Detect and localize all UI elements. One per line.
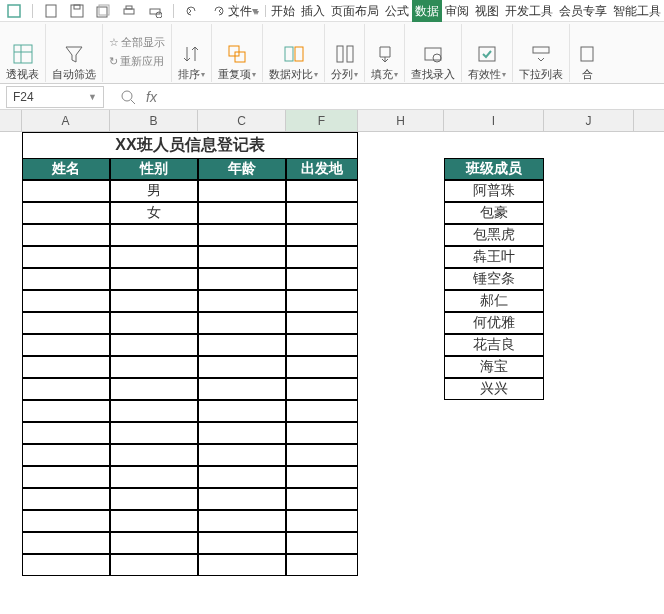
table-cell[interactable]	[110, 400, 198, 422]
table-cell[interactable]	[110, 510, 198, 532]
side-item[interactable]: 花吉良	[444, 334, 544, 356]
table-cell[interactable]	[286, 224, 358, 246]
table-cell[interactable]	[110, 378, 198, 400]
tab-layout[interactable]: 页面布局	[328, 0, 382, 22]
table-cell[interactable]	[198, 246, 286, 268]
tab-member[interactable]: 会员专享	[556, 0, 610, 22]
table-cell[interactable]: 男	[110, 180, 198, 202]
table-cell[interactable]	[110, 488, 198, 510]
table-cell[interactable]	[286, 312, 358, 334]
table-cell[interactable]	[198, 510, 286, 532]
table-cell[interactable]	[286, 268, 358, 290]
table-cell[interactable]	[286, 334, 358, 356]
saveas-icon[interactable]	[95, 3, 111, 19]
sort-button[interactable]: 排序▾	[178, 43, 205, 82]
col-header-C[interactable]: C	[198, 110, 286, 131]
side-item[interactable]: 包豪	[444, 202, 544, 224]
table-cell[interactable]	[22, 444, 110, 466]
tab-view[interactable]: 视图	[472, 0, 502, 22]
table-header[interactable]: 年龄	[198, 158, 286, 180]
table-cell[interactable]	[22, 378, 110, 400]
table-cell[interactable]	[198, 378, 286, 400]
table-cell[interactable]	[198, 532, 286, 554]
table-cell[interactable]	[110, 356, 198, 378]
side-header[interactable]: 班级成员	[444, 158, 544, 180]
validation-button[interactable]: 有效性▾	[468, 43, 506, 82]
print-icon[interactable]	[121, 3, 137, 19]
table-cell[interactable]	[286, 356, 358, 378]
table-cell[interactable]	[110, 422, 198, 444]
table-cell[interactable]	[22, 334, 110, 356]
fx-icon[interactable]: fx	[146, 89, 157, 105]
table-cell[interactable]	[22, 422, 110, 444]
filter-button[interactable]: 自动筛选	[52, 43, 96, 82]
table-cell[interactable]	[286, 422, 358, 444]
name-box[interactable]: F24 ▼	[6, 86, 104, 108]
duplicates-button[interactable]: 重复项▾	[218, 43, 256, 82]
table-cell[interactable]	[22, 554, 110, 576]
col-header-A[interactable]: A	[22, 110, 110, 131]
side-item[interactable]: 阿普珠	[444, 180, 544, 202]
search-icon[interactable]	[120, 89, 136, 105]
undo-icon[interactable]	[184, 3, 200, 19]
namebox-dropdown-icon[interactable]: ▼	[88, 92, 97, 102]
formula-input[interactable]	[167, 86, 664, 108]
table-cell[interactable]	[110, 246, 198, 268]
table-cell[interactable]	[286, 246, 358, 268]
table-cell[interactable]	[286, 378, 358, 400]
side-item[interactable]: 犇王叶	[444, 246, 544, 268]
table-cell[interactable]	[22, 312, 110, 334]
table-cell[interactable]	[286, 400, 358, 422]
spreadsheet-grid[interactable]: ABCFHIJ XX班人员信息登记表 姓名性别年龄出发地男女班级成员阿普珠包豪包…	[0, 110, 664, 614]
show-all-button[interactable]: ☆全部显示	[109, 35, 165, 50]
col-header-J[interactable]: J	[544, 110, 634, 131]
table-cell[interactable]	[198, 312, 286, 334]
table-cell[interactable]	[22, 290, 110, 312]
table-cell[interactable]	[22, 246, 110, 268]
table-cell[interactable]	[22, 466, 110, 488]
tab-insert[interactable]: 插入	[298, 0, 328, 22]
side-item[interactable]: 何优雅	[444, 312, 544, 334]
table-cell[interactable]	[198, 488, 286, 510]
new-doc-icon[interactable]	[43, 3, 59, 19]
col-header-I[interactable]: I	[444, 110, 544, 131]
pivot-button[interactable]: 透视表	[6, 43, 39, 82]
table-header[interactable]: 姓名	[22, 158, 110, 180]
split-button[interactable]: 分列▾	[331, 43, 358, 82]
side-item[interactable]: 锤空条	[444, 268, 544, 290]
table-cell[interactable]	[22, 510, 110, 532]
col-header-F[interactable]: F	[286, 110, 358, 131]
table-cell[interactable]	[198, 202, 286, 224]
table-cell[interactable]	[110, 268, 198, 290]
table-header[interactable]: 出发地	[286, 158, 358, 180]
table-cell[interactable]	[110, 444, 198, 466]
table-cell[interactable]	[286, 532, 358, 554]
table-cell[interactable]	[286, 554, 358, 576]
table-cell[interactable]	[198, 334, 286, 356]
table-cell[interactable]	[110, 224, 198, 246]
table-cell[interactable]	[198, 554, 286, 576]
tab-data[interactable]: 数据	[412, 0, 442, 22]
table-cell[interactable]	[110, 312, 198, 334]
print-preview-icon[interactable]	[147, 3, 163, 19]
grid-body[interactable]: XX班人员信息登记表 姓名性别年龄出发地男女班级成员阿普珠包豪包黑虎犇王叶锤空条…	[0, 132, 664, 614]
find-input-button[interactable]: 查找录入	[411, 43, 455, 82]
table-cell[interactable]	[198, 422, 286, 444]
table-cell[interactable]	[22, 224, 110, 246]
table-cell[interactable]	[198, 356, 286, 378]
side-item[interactable]: 兴兴	[444, 378, 544, 400]
table-cell[interactable]	[110, 334, 198, 356]
tab-review[interactable]: 审阅	[442, 0, 472, 22]
table-cell[interactable]	[286, 510, 358, 532]
table-cell[interactable]	[198, 290, 286, 312]
table-cell[interactable]	[198, 180, 286, 202]
table-cell[interactable]	[286, 488, 358, 510]
col-header-H[interactable]: H	[358, 110, 444, 131]
tab-smart[interactable]: 智能工具	[610, 0, 664, 22]
table-header[interactable]: 性别	[110, 158, 198, 180]
table-cell[interactable]	[22, 400, 110, 422]
tab-devtools[interactable]: 开发工具	[502, 0, 556, 22]
side-item[interactable]: 包黑虎	[444, 224, 544, 246]
fill-button[interactable]: 填充▾	[371, 43, 398, 82]
table-cell[interactable]	[198, 400, 286, 422]
